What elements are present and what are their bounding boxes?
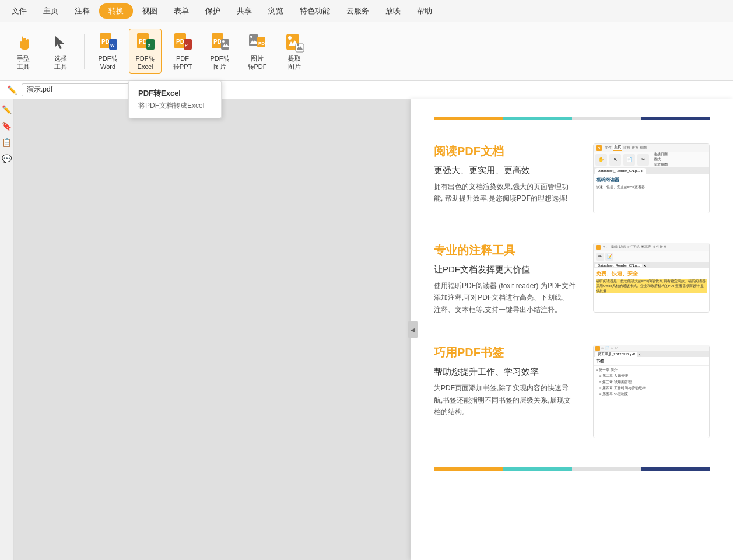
image-pdf-label: 图片转PDF bbox=[248, 55, 267, 70]
mini-hand-btn: ✋ bbox=[595, 154, 607, 166]
pdf-excel-icon: PDF → X bbox=[134, 32, 156, 54]
section-bookmark: 巧用PDF书签 帮助您提升工作、学习效率 为PDF页面添加书签,除了实现内容的快… bbox=[434, 345, 710, 438]
pdf-word-label: PDF转Word bbox=[99, 55, 118, 70]
menu-browse[interactable]: 浏览 bbox=[261, 4, 290, 19]
mini-app-bookmark: ✏ 📄 ✂ A' 员工手册_20120917.pdf × 书签 ≡ bbox=[594, 345, 709, 438]
color-bar-bottom bbox=[434, 467, 710, 471]
section-bookmark-text: 巧用PDF书签 帮助您提升工作、学习效率 为PDF页面添加书签,除了实现内容的快… bbox=[434, 345, 576, 438]
menu-home[interactable]: 主页 bbox=[36, 4, 65, 19]
dropdown-desc: 将PDF文档转成Excel bbox=[129, 100, 221, 114]
menu-file[interactable]: 文件 bbox=[5, 4, 34, 19]
pdf-ppt-label: PDF转PPT bbox=[173, 55, 192, 70]
color-seg-b-teal bbox=[503, 467, 571, 471]
color-seg-b-light bbox=[572, 467, 641, 471]
section-bookmark-title: 巧用PDF书签 bbox=[434, 345, 576, 360]
address-bar: ✏️ bbox=[0, 80, 733, 99]
section-read-title: 阅读PDF文档 bbox=[434, 144, 576, 159]
mini-read-toolbar: ✋ ↖ 📄 ✂ 连接页面查找缩放视图 bbox=[594, 152, 709, 167]
sidebar-bookmark-icon[interactable]: 🔖 bbox=[1, 120, 13, 132]
filename-input[interactable] bbox=[22, 83, 138, 96]
section-annotate-subtitle: 让PDF文档发挥更大价值 bbox=[434, 264, 576, 275]
mini-tab-bar: Datasheet_Reader_CN.p... × bbox=[594, 167, 709, 174]
svg-text:X: X bbox=[148, 43, 151, 48]
menu-view[interactable]: 视图 bbox=[135, 4, 164, 19]
svg-point-21 bbox=[222, 40, 225, 43]
pdf-to-image-button[interactable]: PDF → PDF转图片 bbox=[204, 29, 236, 72]
pdf-excel-label: PDF转Excel bbox=[136, 55, 155, 70]
color-seg-light bbox=[572, 117, 641, 120]
svg-point-24 bbox=[250, 36, 252, 38]
section-bookmark-subtitle: 帮助您提升工作、学习效率 bbox=[434, 366, 576, 377]
extract-icon bbox=[283, 32, 306, 54]
menu-share[interactable]: 共享 bbox=[230, 4, 259, 19]
section-read-body: 拥有出色的文档渲染效果,强大的页面管理功能, 帮助提升效率,是您阅读PDF的理想… bbox=[434, 181, 576, 205]
menu-feature[interactable]: 特色功能 bbox=[293, 4, 337, 19]
section-annotate-img: To... 编辑 贴纸 T打字机 ▣高亮 文件转换 ✏ 📝 Datas bbox=[593, 243, 710, 313]
mini-edit-btn: 📄 bbox=[623, 154, 635, 166]
image-pdf-icon: → PDF bbox=[246, 32, 268, 54]
hand-tool-label: 手型工具 bbox=[17, 55, 30, 70]
toolbar-sep-1 bbox=[84, 34, 85, 69]
color-seg-b-dark bbox=[641, 467, 710, 471]
menu-playback[interactable]: 放映 bbox=[378, 4, 408, 19]
section-bookmark-body: 为PDF页面添加书签,除了实现内容的快速导航,书签还能指明不同书签的层级关系,展… bbox=[434, 382, 576, 418]
document-panel: 阅读PDF文档 更强大、更实用、更高效 拥有出色的文档渲染效果,强大的页面管理功… bbox=[411, 99, 733, 560]
pdf-word-icon: PDF → W bbox=[97, 32, 119, 54]
section-annotate: 专业的注释工具 让PDF文档发挥更大价值 使用福昕PDF阅读器 (foxit r… bbox=[434, 243, 710, 316]
hand-tool-button[interactable]: 手型工具 bbox=[7, 29, 40, 72]
section-annotate-title: 专业的注释工具 bbox=[434, 243, 576, 258]
mini-annotate-appbar: To... 编辑 贴纸 T打字机 ▣高亮 文件转换 bbox=[594, 243, 709, 251]
menu-form[interactable]: 表单 bbox=[167, 4, 196, 19]
svg-rect-19 bbox=[221, 39, 229, 50]
svg-point-33 bbox=[297, 44, 299, 46]
menu-help[interactable]: 帮助 bbox=[410, 4, 439, 19]
mini-select-btn: ↖ bbox=[609, 154, 621, 166]
section-read: 阅读PDF文档 更强大、更实用、更高效 拥有出色的文档渲染效果,强大的页面管理功… bbox=[434, 144, 710, 214]
select-tool-button[interactable]: 选择工具 bbox=[44, 29, 77, 72]
menu-convert[interactable]: 转换 bbox=[99, 4, 133, 19]
section-read-subtitle: 更强大、更实用、更高效 bbox=[434, 165, 576, 176]
section-bookmark-img: ✏ 📄 ✂ A' 员工手册_20120917.pdf × 书签 ≡ bbox=[593, 345, 710, 438]
toolbar: 手型工具 选择工具 PDF → W PDF转Word PDF → bbox=[0, 22, 733, 80]
left-sidebar: ✏️ 🔖 📋 💬 bbox=[0, 99, 14, 560]
dropdown-tooltip: PDF转Excel 将PDF文档转成Excel bbox=[128, 80, 222, 118]
panel-toggle-button[interactable]: ◀ bbox=[408, 321, 418, 338]
pdf-ppt-icon: PDF → P bbox=[171, 32, 194, 54]
svg-marker-0 bbox=[55, 36, 64, 49]
cursor-icon bbox=[50, 32, 72, 54]
mini-app-annotate: To... 编辑 贴纸 T打字机 ▣高亮 文件转换 ✏ 📝 Datas bbox=[594, 243, 709, 312]
pdf-to-excel-button[interactable]: PDF → X PDF转Excel bbox=[129, 29, 162, 73]
image-to-pdf-button[interactable]: → PDF 图片转PDF bbox=[241, 29, 273, 72]
mini-appbar: G 文件 主页 注释 转换 视图 bbox=[594, 144, 709, 152]
pdf-to-word-button[interactable]: PDF → W PDF转Word bbox=[92, 29, 124, 72]
section-read-text: 阅读PDF文档 更强大、更实用、更高效 拥有出色的文档渲染效果,强大的页面管理功… bbox=[434, 144, 576, 214]
menu-bar: 文件 主页 注释 转换 视图 表单 保护 共享 浏览 特色功能 云服务 放映 帮… bbox=[0, 0, 733, 22]
svg-text:PDF: PDF bbox=[258, 41, 268, 46]
pdf-to-ppt-button[interactable]: PDF → P PDF转PPT bbox=[166, 29, 199, 72]
menu-cloud[interactable]: 云服务 bbox=[339, 4, 376, 19]
section-read-img: G 文件 主页 注释 转换 视图 ✋ ↖ 📄 ✂ bbox=[593, 144, 710, 214]
color-seg-dark-blue bbox=[641, 117, 710, 120]
extract-image-label: 提取图片 bbox=[288, 55, 301, 70]
extract-image-button[interactable]: 提取图片 bbox=[278, 29, 311, 72]
color-seg-teal bbox=[503, 117, 571, 120]
sidebar-comment-icon[interactable]: 💬 bbox=[1, 153, 13, 164]
select-tool-label: 选择工具 bbox=[54, 55, 67, 70]
hand-icon bbox=[12, 32, 34, 54]
menu-annotate[interactable]: 注释 bbox=[68, 4, 97, 19]
svg-text:W: W bbox=[110, 43, 115, 48]
svg-point-30 bbox=[288, 36, 292, 40]
pdf-image-icon: PDF → bbox=[209, 32, 231, 54]
section-annotate-text: 专业的注释工具 让PDF文档发挥更大价值 使用福昕PDF阅读器 (foxit r… bbox=[434, 243, 576, 316]
mini-file-tab: Datasheet_Reader_CN.p... × bbox=[595, 168, 646, 174]
blank-area bbox=[14, 99, 411, 560]
sidebar-edit-icon[interactable]: ✏️ bbox=[1, 104, 13, 116]
mini-cut-btn: ✂ bbox=[637, 154, 649, 166]
menu-protect[interactable]: 保护 bbox=[198, 4, 227, 19]
sidebar-pages-icon[interactable]: 📋 bbox=[1, 136, 13, 148]
svg-text:P: P bbox=[185, 43, 188, 47]
dropdown-title: PDF转Excel bbox=[129, 85, 221, 100]
content-panel: ◀ 阅读PDF文档 更强大、更实用、更高效 拥有出色的文档渲染效果,强大的页面管… bbox=[14, 99, 733, 560]
chevron-left-icon: ◀ bbox=[411, 327, 415, 333]
pdf-image-label: PDF转图片 bbox=[211, 55, 230, 70]
